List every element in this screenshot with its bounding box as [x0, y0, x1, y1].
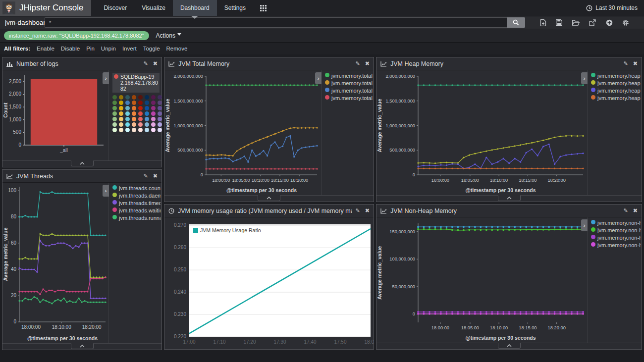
options-button[interactable]: [621, 18, 630, 27]
palette-color-swatch[interactable]: [125, 111, 130, 116]
palette-color-swatch[interactable]: [145, 101, 149, 105]
palette-color-swatch[interactable]: [145, 122, 149, 127]
palette-color-swatch[interactable]: [151, 122, 156, 127]
edit-panel-icon[interactable]: ✎: [144, 173, 148, 179]
collapse-panel-button[interactable]: [498, 343, 521, 349]
time-picker[interactable]: Last 30 minutes: [580, 0, 644, 16]
filter-action-disable[interactable]: Disable: [61, 46, 80, 52]
palette-color-swatch[interactable]: [119, 122, 123, 127]
palette-color-swatch[interactable]: [145, 128, 149, 132]
edit-panel-icon[interactable]: ✎: [356, 61, 360, 66]
share-dashboard-button[interactable]: [588, 18, 597, 27]
palette-color-swatch[interactable]: [132, 117, 136, 121]
palette-color-swatch[interactable]: [125, 95, 130, 100]
legend-item-selected[interactable]: SQLDBapp-192.168.42.178:8082: [112, 73, 160, 93]
palette-color-swatch[interactable]: [112, 111, 117, 116]
save-dashboard-button[interactable]: [555, 18, 563, 27]
chart-jvm-heap-memory[interactable]: 0500,000,0001,000,000,0001,500,000,0002,…: [376, 70, 587, 195]
load-dashboard-button[interactable]: [571, 19, 581, 27]
palette-color-swatch[interactable]: [119, 117, 123, 121]
filter-action-enable[interactable]: Enable: [37, 46, 54, 52]
legend-item[interactable]: jvm.threads.runnable.c...: [112, 215, 161, 221]
legend-item[interactable]: jvm.memory.heap.init: [591, 95, 641, 101]
remove-panel-icon[interactable]: ✖: [365, 208, 370, 213]
edit-panel-icon[interactable]: ✎: [144, 61, 148, 66]
legend-item[interactable]: jvm.memory.total.com...: [325, 80, 373, 86]
palette-color-swatch[interactable]: [145, 111, 149, 116]
search-button[interactable]: [507, 17, 525, 28]
palette-color-swatch[interactable]: [151, 95, 156, 100]
filter-action-invert[interactable]: Invert: [122, 46, 137, 52]
palette-color-swatch[interactable]: [158, 122, 162, 127]
query-input[interactable]: [45, 17, 507, 28]
edit-panel-icon[interactable]: ✎: [624, 61, 628, 66]
palette-color-swatch[interactable]: [138, 101, 143, 105]
chart-number-of-logs[interactable]: 05001,0001,5002,0002,500_allCount: [2, 70, 108, 160]
nav-tab-visualize[interactable]: Visualize: [134, 0, 173, 16]
filter-action-remove[interactable]: Remove: [166, 46, 188, 52]
palette-color-swatch[interactable]: [151, 106, 156, 110]
legend-toggle-icon[interactable]: ›: [103, 72, 109, 84]
legend-toggle-icon[interactable]: ›: [103, 185, 109, 197]
legend-item[interactable]: jvm.memory.non-heap....: [591, 242, 641, 248]
palette-color-swatch[interactable]: [112, 95, 117, 100]
palette-color-swatch[interactable]: [158, 106, 162, 110]
edit-panel-icon[interactable]: ✎: [624, 208, 628, 213]
chart-jvm-memory-usage-ratio[interactable]: 0.2200.2300.2400.2500.2600.27017:0017:10…: [164, 217, 374, 349]
filter-actions-dropdown[interactable]: Actions: [156, 32, 181, 39]
palette-color-swatch[interactable]: [151, 128, 156, 132]
palette-color-swatch[interactable]: [112, 122, 117, 127]
palette-color-swatch[interactable]: [112, 117, 117, 121]
palette-color-swatch[interactable]: [132, 106, 136, 110]
collapse-panel-button[interactable]: [258, 195, 280, 201]
palette-color-swatch[interactable]: [158, 95, 162, 100]
legend-item[interactable]: jvm.memory.heap.max: [591, 73, 641, 79]
palette-color-swatch[interactable]: [138, 106, 143, 110]
collapse-panel-button[interactable]: [498, 195, 521, 201]
legend-toggle-icon[interactable]: ›: [315, 72, 322, 84]
palette-color-swatch[interactable]: [158, 101, 162, 105]
filter-action-unpin[interactable]: Unpin: [101, 46, 116, 52]
legend-item[interactable]: jvm.threads.daemon.c...: [112, 193, 161, 199]
collapse-panel-button[interactable]: [71, 343, 94, 349]
legend-item[interactable]: jvm.memory.non-heap....: [591, 220, 641, 226]
palette-color-swatch[interactable]: [125, 117, 130, 121]
legend-item[interactable]: jvm.memory.non-heap....: [591, 235, 641, 241]
filter-pill[interactable]: instance_name.raw: "SQLDBapp-192.168.42.…: [4, 31, 149, 40]
add-visualization-button[interactable]: [605, 18, 614, 27]
palette-color-swatch[interactable]: [119, 106, 123, 110]
nav-tab-discover[interactable]: Discover: [96, 0, 134, 16]
palette-color-swatch[interactable]: [138, 95, 143, 100]
legend-item[interactable]: jvm.memory.non-heap....: [591, 227, 641, 233]
palette-color-swatch[interactable]: [125, 122, 130, 127]
palette-color-swatch[interactable]: [125, 128, 130, 132]
chart-jvm-non-heap-memory[interactable]: 050,000,000100,000,000150,000,00018:00:0…: [376, 217, 587, 342]
palette-color-swatch[interactable]: [132, 122, 136, 127]
new-dashboard-button[interactable]: [539, 18, 547, 27]
palette-color-swatch[interactable]: [132, 128, 136, 132]
edit-panel-icon[interactable]: ✎: [356, 208, 360, 213]
palette-color-swatch[interactable]: [112, 106, 117, 110]
palette-color-swatch[interactable]: [145, 95, 149, 100]
palette-color-swatch[interactable]: [119, 95, 123, 100]
palette-color-swatch[interactable]: [151, 111, 156, 116]
app-logo[interactable]: JHipster Console: [0, 0, 91, 16]
palette-color-swatch[interactable]: [138, 122, 143, 127]
palette-color-swatch[interactable]: [145, 106, 149, 110]
remove-panel-icon[interactable]: ✖: [633, 61, 638, 66]
palette-color-swatch[interactable]: [125, 101, 130, 105]
palette-color-swatch[interactable]: [112, 128, 117, 132]
palette-color-swatch[interactable]: [132, 95, 136, 100]
palette-color-swatch[interactable]: [151, 117, 156, 121]
palette-color-swatch[interactable]: [138, 128, 143, 132]
filter-action-pin[interactable]: Pin: [86, 46, 95, 52]
legend-toggle-icon[interactable]: ›: [581, 72, 588, 84]
remove-panel-icon[interactable]: ✖: [153, 173, 158, 179]
remove-panel-icon[interactable]: ✖: [365, 61, 370, 66]
remove-panel-icon[interactable]: ✖: [153, 61, 158, 66]
palette-color-swatch[interactable]: [132, 111, 136, 116]
palette-color-swatch[interactable]: [158, 111, 162, 116]
remove-panel-icon[interactable]: ✖: [633, 208, 638, 213]
palette-color-swatch[interactable]: [158, 117, 162, 121]
filter-action-toggle[interactable]: Toggle: [143, 46, 160, 52]
